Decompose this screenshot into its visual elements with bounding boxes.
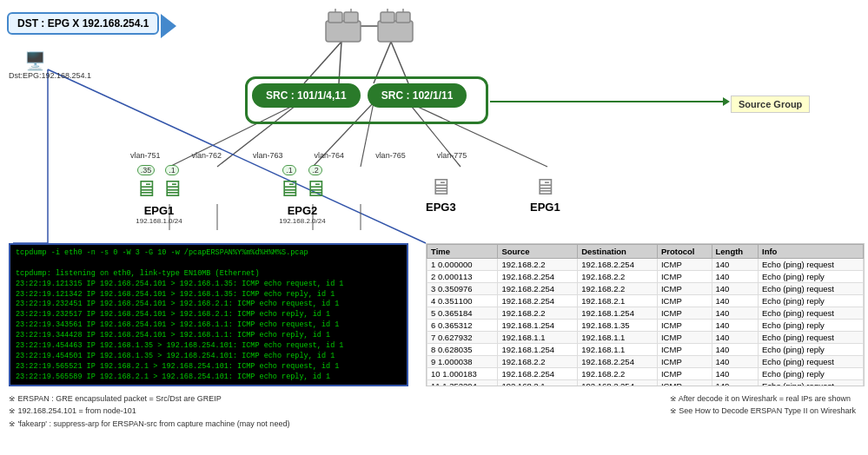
epg2-subnet: 192.168.2.0/24: [279, 217, 325, 225]
vlan-4: vlan-764: [315, 151, 345, 160]
svg-rect-25: [396, 12, 410, 23]
dst-epg-label: DST : EPG X 192.168.254.1: [17, 17, 149, 30]
monitor-icon: 🖥️: [24, 50, 46, 71]
epg1-server-left: 🖥: [135, 175, 157, 202]
epg1-right-name: EPG1: [530, 201, 560, 214]
epg1-badge-1: .1: [165, 165, 179, 175]
col-info: Info: [759, 245, 864, 259]
note-left-1: ※ ERSPAN : GRE encapsulated packet = Src…: [9, 392, 289, 405]
epg3: 🖥 EPG3: [426, 174, 456, 214]
epg2-badge-2: .2: [308, 165, 322, 175]
diagram-container: DST : EPG X 192.168.254.1 🖥️ Dst:EPG:192…: [0, 0, 868, 455]
note-left-2: ※ 192.168.254.101 = from node-101: [9, 405, 289, 417]
epg3-server: 🖥: [429, 174, 452, 201]
src-group: SRC : 101/1/4,11 SRC : 102/1/11: [252, 83, 467, 108]
epg1-badge-35: .35: [137, 165, 156, 175]
epg1-right-server: 🖥: [533, 174, 556, 201]
vlan-1: vlan-751: [130, 151, 161, 160]
epg2-server-right: 🖥: [304, 175, 327, 202]
svg-rect-19: [328, 12, 342, 23]
note-right-2: ※ See How to Decode ERSPAN Type II on Wi…: [670, 405, 856, 417]
table-row: 9 1.000038192.168.2.2192.168.2.254ICMP14…: [427, 356, 864, 368]
dst-epg-box: DST : EPG X 192.168.254.1: [7, 12, 159, 35]
epg2-badge-1: .1: [282, 165, 296, 175]
table-row: 4 0.351100192.168.2.254192.168.2.1ICMP14…: [427, 295, 864, 307]
epg3-name: EPG3: [426, 201, 456, 214]
svg-rect-18: [326, 21, 361, 42]
epg1-subnet-left: 192.168.1.0/24: [136, 217, 182, 225]
svg-rect-24: [381, 12, 394, 23]
epg1-name-left: EPG1: [144, 204, 175, 217]
epg1-right: 🖥 EPG1: [530, 174, 560, 214]
col-source: Source: [498, 245, 578, 259]
epg2: .1 🖥 .2 🖥 EPG2 192.168.2.0/24: [278, 165, 327, 225]
epg1-server-right: 🖥: [161, 175, 183, 202]
table-row: 2 0.000113192.168.2.254192.168.2.2ICMP14…: [427, 271, 864, 283]
svg-rect-20: [344, 12, 358, 23]
note-left-3: ※ 'fakearp' : suppress-arp for ERSPAN-sr…: [9, 418, 289, 430]
notes-right: ※ After decode it on Wireshark = real IP…: [670, 392, 856, 430]
note-right-1: ※ After decode it on Wireshark = real IP…: [670, 392, 856, 405]
switch-left: [321, 5, 365, 53]
src-box-1: SRC : 101/1/4,11: [252, 83, 361, 108]
terminal-box: tcpdump -i eth0 -n -s 0 -W 3 -G 10 -w /p…: [9, 243, 408, 386]
src-box-2: SRC : 102/1/11: [368, 83, 467, 108]
table-row: 11 1.352294192.168.2.1192.168.2.254ICMP1…: [427, 380, 864, 387]
col-protocol: Protocol: [657, 245, 712, 259]
table-row: 6 0.365312192.168.1.254192.168.1.35ICMP1…: [427, 320, 864, 332]
switch-right: [374, 5, 417, 53]
dst-epg-arrow: [161, 14, 176, 38]
dst-label: Dst:EPG:192.168.254.1: [9, 71, 91, 80]
table-row: 1 0.000000192.168.2.2192.168.2.254ICMP14…: [427, 259, 864, 271]
table-row: 7 0.627932192.168.1.1192.168.1.1ICMP140E…: [427, 332, 864, 344]
packet-table: Time Source Destination Protocol Length …: [427, 244, 864, 386]
svg-rect-23: [378, 21, 413, 42]
epg1-left: .35 🖥 .1 🖥 EPG1 192.168.1.0/24: [135, 165, 183, 225]
notes-left: ※ ERSPAN : GRE encapsulated packet = Src…: [9, 392, 289, 430]
col-destination: Destination: [578, 245, 658, 259]
vlan-6: vlan-775: [437, 151, 467, 160]
src-group-arrow: [490, 101, 725, 102]
vlan-5: vlan-765: [375, 151, 406, 160]
notes-bottom: ※ ERSPAN : GRE encapsulated packet = Src…: [9, 392, 856, 430]
table-row: 5 0.365184192.168.2.2192.168.1.254ICMP14…: [427, 307, 864, 320]
table-row: 3 0.350976192.168.2.254192.168.2.2ICMP14…: [427, 283, 864, 295]
source-group-label: Source Group: [731, 96, 810, 113]
vlan-3: vlan-763: [253, 151, 283, 160]
col-length: Length: [712, 245, 759, 259]
table-row: 8 0.628035192.168.1.254192.168.1.1ICMP14…: [427, 344, 864, 356]
diagram-lines: [0, 0, 868, 455]
vlan-labels-row: vlan-751 vlan-762 vlan-763 vlan-764 vlan…: [130, 151, 467, 160]
col-time: Time: [427, 245, 498, 259]
terminal-content: tcpdump -i eth0 -n -s 0 -W 3 -G 10 -w /p…: [16, 248, 401, 383]
epg2-server-left: 🖥: [278, 175, 301, 202]
table-row: 10 1.000183192.168.2.254192.168.2.2ICMP1…: [427, 368, 864, 380]
wireshark-table: Time Source Destination Protocol Length …: [426, 243, 865, 386]
vlan-2: vlan-762: [192, 151, 222, 160]
epg2-name: EPG2: [288, 204, 318, 217]
